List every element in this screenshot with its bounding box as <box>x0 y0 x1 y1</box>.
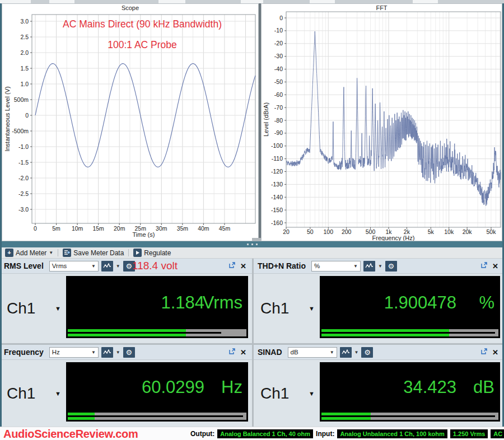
watermark-text: AudioScienceReview.com <box>3 428 138 440</box>
svg-text:10k: 10k <box>444 228 454 235</box>
chevron-down-icon[interactable]: ▼ <box>116 264 120 269</box>
popout-icon[interactable] <box>228 261 236 271</box>
fft-panel: FFT 20501002005001k2k5k10k20k50k0-10-20-… <box>261 3 502 241</box>
meter-panel-sinad: SINAD dB ▼ ▼ ⚙ ✕ Ch1 ▼ 34.423 dB <box>254 345 504 427</box>
meter-display: 1.184 Vrms <box>66 276 248 338</box>
meter-display: 60.0299 Hz <box>66 362 248 422</box>
svg-text:0: 0 <box>25 112 29 119</box>
add-meter-button[interactable]: + Add Meter ▼ <box>3 248 55 258</box>
meter-title: Frequency <box>4 348 44 357</box>
svg-text:50: 50 <box>307 228 314 235</box>
svg-text:-60: -60 <box>274 91 283 98</box>
channel-selector[interactable]: Ch1 <box>7 385 35 402</box>
chevron-down-icon[interactable]: ▼ <box>55 305 61 312</box>
save-meter-data-icon <box>63 249 71 257</box>
level-badge[interactable]: 1.250 Vrms <box>450 429 488 438</box>
fft-plot-svg: 20501002005001k2k5k10k20k50k0-10-20-30-4… <box>262 4 502 241</box>
input-config-badge[interactable]: Analog Unbalanced 1 Ch, 100 kohm <box>337 429 447 438</box>
meter-style-icon[interactable] <box>340 347 352 358</box>
toolbar-separator <box>128 249 129 256</box>
meter-style-icon[interactable] <box>101 261 113 272</box>
settings-gear-icon[interactable]: ⚙ <box>123 347 135 358</box>
svg-text:35m: 35m <box>177 225 189 232</box>
scope-annotation-line2: 100:1 AC Probe <box>30 39 254 51</box>
svg-text:20k: 20k <box>463 228 473 235</box>
fft-panel-title: FFT <box>262 4 502 11</box>
svg-text:-160: -160 <box>271 219 283 226</box>
level-bar-peak-line <box>68 415 243 417</box>
meter-value-area: 1.900478 % <box>320 276 500 329</box>
splitter-dot <box>251 244 253 245</box>
unit-selector[interactable]: Vrms ▼ <box>49 261 99 272</box>
chevron-down-icon[interactable]: ▼ <box>116 350 120 355</box>
meter-value-area: 1.184 Vrms <box>66 276 248 329</box>
left-edge-border <box>0 3 2 427</box>
popout-icon[interactable] <box>228 347 236 357</box>
svg-text:-10: -10 <box>274 27 283 34</box>
svg-text:15m: 15m <box>92 225 104 232</box>
channel-selector[interactable]: Ch1 <box>260 299 289 317</box>
meter-panel-rms: RMS Level Vrms ▼ ▼ ⚙ 118.4 volt ✕ Ch1 ▼ … <box>0 259 252 343</box>
level-bar <box>321 413 498 420</box>
settings-gear-icon[interactable]: ⚙ <box>385 261 397 272</box>
svg-text:-70: -70 <box>274 104 283 111</box>
svg-text:Level (dBrA): Level (dBrA) <box>263 102 269 137</box>
svg-text:5m: 5m <box>52 225 60 232</box>
svg-text:-1.5: -1.5 <box>18 159 29 166</box>
chevron-down-icon[interactable]: ▼ <box>55 390 61 397</box>
meter-title: THD+N Ratio <box>258 261 306 270</box>
svg-text:2.0: 2.0 <box>20 49 29 56</box>
svg-text:40m: 40m <box>198 225 209 232</box>
channel-selector[interactable]: Ch1 <box>7 299 35 317</box>
regulate-button[interactable]: Regulate <box>131 248 173 258</box>
plus-icon: + <box>5 249 13 257</box>
popout-icon[interactable] <box>480 347 488 357</box>
meter-style-icon[interactable] <box>363 261 375 272</box>
meter-body: Ch1 ▼ 1.184 Vrms <box>0 274 252 343</box>
close-icon[interactable]: ✕ <box>239 348 248 357</box>
chevron-down-icon: ▼ <box>353 264 358 269</box>
meter-value-area: 60.0299 Hz <box>66 362 248 413</box>
svg-text:-40: -40 <box>274 65 283 72</box>
output-label: Output: <box>190 430 214 438</box>
chevron-down-icon[interactable]: ▼ <box>378 264 382 269</box>
output-config-badge[interactable]: Analog Balanced 1 Ch, 40 ohm <box>217 429 313 438</box>
svg-text:20: 20 <box>283 228 290 235</box>
splitter-grab-tab[interactable] <box>252 238 261 241</box>
svg-text:5k: 5k <box>428 228 435 235</box>
meter-header: Frequency Hz ▼ ▼ ⚙ ✕ <box>0 345 252 360</box>
chevron-down-icon[interactable]: ▼ <box>309 390 315 397</box>
meter-toolbar: + Add Meter ▼ Save Meter Data Regulate <box>0 247 504 259</box>
svg-text:10m: 10m <box>72 225 83 232</box>
svg-text:-50: -50 <box>274 78 283 85</box>
meter-value: 1.900478 <box>384 293 456 313</box>
chevron-down-icon: ▼ <box>91 350 96 355</box>
svg-text:-20: -20 <box>274 40 283 46</box>
close-icon[interactable]: ✕ <box>491 262 500 270</box>
settings-gear-icon[interactable]: ⚙ <box>361 347 373 358</box>
svg-text:100: 100 <box>324 228 334 235</box>
meter-header: SINAD dB ▼ ▼ ⚙ ✕ <box>254 345 504 360</box>
unit-selector[interactable]: Hz ▼ <box>49 347 99 358</box>
svg-text:-30: -30 <box>274 53 283 59</box>
chevron-down-icon[interactable]: ▼ <box>309 305 315 312</box>
meter-body: Ch1 ▼ 1.900478 % <box>254 274 504 343</box>
chevron-down-icon[interactable]: ▼ <box>354 350 359 355</box>
unit-selector[interactable]: dB ▼ <box>288 347 337 358</box>
close-icon[interactable]: ✕ <box>239 262 248 270</box>
svg-text:45m: 45m <box>219 225 231 232</box>
svg-text:3.0: 3.0 <box>20 18 29 25</box>
horizontal-splitter[interactable] <box>0 241 504 247</box>
close-icon[interactable]: ✕ <box>491 348 500 357</box>
channel-selector[interactable]: Ch1 <box>260 385 289 402</box>
unit-selector[interactable]: % ▼ <box>311 261 361 272</box>
bandwidth-badge[interactable]: AC (<10 Hz) - 90 kHz <box>491 429 504 438</box>
save-meter-data-button[interactable]: Save Meter Data <box>60 248 126 258</box>
meter-body: Ch1 ▼ 34.423 dB <box>254 360 504 427</box>
meter-unit: % <box>479 293 494 313</box>
svg-text:200: 200 <box>342 228 352 235</box>
popout-icon[interactable] <box>480 261 488 271</box>
chevron-down-icon: ▼ <box>49 250 53 255</box>
meter-unit: Vrms <box>203 293 242 313</box>
meter-style-icon[interactable] <box>101 347 113 358</box>
